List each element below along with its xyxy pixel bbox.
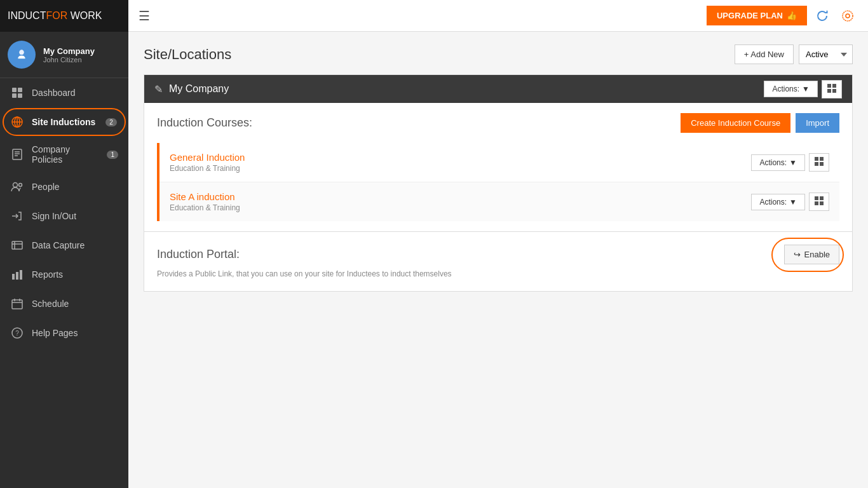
add-new-button[interactable]: + Add New (735, 44, 794, 64)
course-grid-button-1[interactable] (809, 153, 829, 172)
sidebar-item-site-inductions[interactable]: Site Inductions 2 (0, 107, 128, 137)
data-capture-icon (10, 238, 24, 252)
portal-title: Induction Portal: (157, 248, 240, 261)
sidebar-item-schedule-label: Schedule (32, 299, 69, 309)
sidebar-item-sign-in-out-label: Sign In/Out (32, 211, 76, 221)
reports-icon (10, 268, 24, 281)
svg-rect-31 (832, 89, 836, 93)
sidebar-item-data-capture[interactable]: Data Capture (0, 231, 128, 260)
svg-rect-39 (820, 201, 824, 205)
induction-courses-section: Induction Courses: Create Induction Cour… (144, 103, 852, 231)
import-button[interactable]: Import (796, 113, 839, 133)
course-actions-dropdown-2[interactable]: Actions: ▼ (751, 194, 805, 210)
enable-icon: ↪ (794, 250, 801, 259)
sidebar-item-dashboard-label: Dashboard (32, 88, 76, 98)
page-title: Site/Locations (144, 46, 231, 63)
edit-company-icon[interactable]: ✎ (154, 83, 163, 95)
settings-button[interactable] (837, 6, 858, 26)
dashboard-icon (10, 86, 24, 100)
company-actions-button[interactable]: Actions: ▼ (764, 81, 818, 97)
sidebar-item-reports[interactable]: Reports (0, 260, 128, 289)
svg-rect-3 (12, 93, 17, 98)
signin-icon (10, 209, 24, 223)
page-header: Site/Locations + Add New Active Inactive… (144, 44, 853, 64)
svg-rect-16 (12, 241, 22, 249)
site-inductions-badge: 2 (105, 118, 117, 126)
svg-rect-38 (815, 201, 818, 205)
sidebar-item-company-policies[interactable]: Company Policies 1 (0, 137, 128, 172)
company-actions-label: Actions: (772, 85, 799, 93)
course-type-2: Education & Training (170, 203, 240, 212)
sidebar-item-help-pages-label: Help Pages (32, 328, 78, 338)
main-panel: ✎ My Company Actions: ▼ (144, 74, 853, 292)
thumbs-up-icon: 👍 (787, 11, 797, 20)
portal-header: Induction Portal: ↪ Enable (157, 245, 839, 264)
sidebar-item-data-capture-label: Data Capture (32, 240, 85, 250)
course-name-1[interactable]: General Induction (170, 152, 245, 163)
people-icon (10, 180, 24, 194)
hamburger-button[interactable]: ☰ (139, 8, 150, 24)
company-bar-right: Actions: ▼ (764, 80, 842, 98)
course-info-2: Site A induction Education & Training (170, 191, 240, 212)
sidebar-item-sign-in-out[interactable]: Sign In/Out (0, 201, 128, 231)
status-select[interactable]: Active Inactive All (799, 44, 853, 64)
svg-point-13 (13, 183, 18, 187)
sidebar-item-site-inductions-label: Site Inductions (32, 117, 95, 127)
induction-courses-actions: Create Induction Course Import (681, 113, 839, 133)
create-induction-course-button[interactable]: Create Induction Course (681, 113, 790, 133)
sidebar-item-company-policies-label: Company Policies (32, 144, 97, 165)
company-bar-title: My Company (169, 83, 229, 95)
company-policies-badge: 1 (107, 151, 118, 159)
svg-text:?: ? (15, 330, 19, 337)
induction-courses-header: Induction Courses: Create Induction Cour… (157, 113, 839, 133)
chevron-down-icon: ▼ (802, 85, 810, 93)
logo: INDUCTFOR WORK (8, 10, 102, 22)
sidebar-item-schedule[interactable]: Schedule (0, 289, 128, 318)
course-type-1: Education & Training (170, 164, 245, 173)
svg-rect-32 (815, 157, 818, 161)
course-actions-label-1: Actions: (759, 158, 787, 167)
sidebar-item-reports-label: Reports (32, 269, 63, 280)
logo-area: INDUCTFOR WORK (0, 0, 128, 32)
enable-label: Enable (804, 250, 830, 259)
site-inductions-wrapper: Site Inductions 2 (0, 107, 128, 137)
company-name: My Company (43, 46, 95, 56)
portal-description: Provides a Public Link, that you can use… (157, 269, 839, 278)
topbar-left: ☰ (139, 8, 150, 24)
svg-rect-36 (815, 196, 818, 200)
course-actions-dropdown-1[interactable]: Actions: ▼ (751, 154, 805, 171)
content-area: Site/Locations + Add New Active Inactive… (128, 32, 868, 488)
svg-rect-4 (18, 93, 22, 98)
import-label: Import (806, 118, 829, 128)
user-info: My Company John Citizen (43, 46, 95, 64)
table-row: General Induction Education & Training A… (159, 143, 839, 182)
enable-button[interactable]: ↪ Enable (784, 245, 839, 264)
company-bar-left: ✎ My Company (154, 83, 229, 95)
sidebar-item-dashboard[interactable]: Dashboard (0, 78, 128, 107)
sidebar-item-help-pages[interactable]: ? Help Pages (0, 318, 128, 348)
svg-rect-22 (12, 300, 22, 309)
course-name-2[interactable]: Site A induction (170, 191, 240, 202)
header-controls: + Add New Active Inactive All (735, 44, 853, 64)
svg-rect-37 (820, 196, 824, 200)
sidebar-item-people[interactable]: People (0, 172, 128, 201)
refresh-button[interactable] (812, 6, 832, 26)
course-grid-button-2[interactable] (809, 193, 829, 211)
add-new-label: + Add New (744, 50, 784, 59)
svg-rect-19 (12, 274, 15, 280)
user-name: John Citizen (43, 56, 95, 64)
document-icon (10, 147, 24, 161)
user-area[interactable]: My Company John Citizen (0, 32, 128, 78)
create-induction-course-label: Create Induction Course (691, 118, 780, 128)
topbar: ☰ UPGRADE PLAN 👍 (128, 0, 868, 32)
company-grid-button[interactable] (822, 80, 842, 98)
avatar (8, 41, 36, 69)
svg-rect-9 (13, 149, 22, 159)
chevron-down-icon-1: ▼ (789, 158, 797, 167)
course-list: General Induction Education & Training A… (157, 143, 839, 221)
upgrade-plan-button[interactable]: UPGRADE PLAN 👍 (707, 6, 807, 25)
svg-rect-30 (827, 89, 831, 93)
sidebar-item-people-label: People (32, 182, 60, 192)
svg-rect-2 (18, 88, 22, 92)
svg-rect-33 (820, 157, 824, 161)
